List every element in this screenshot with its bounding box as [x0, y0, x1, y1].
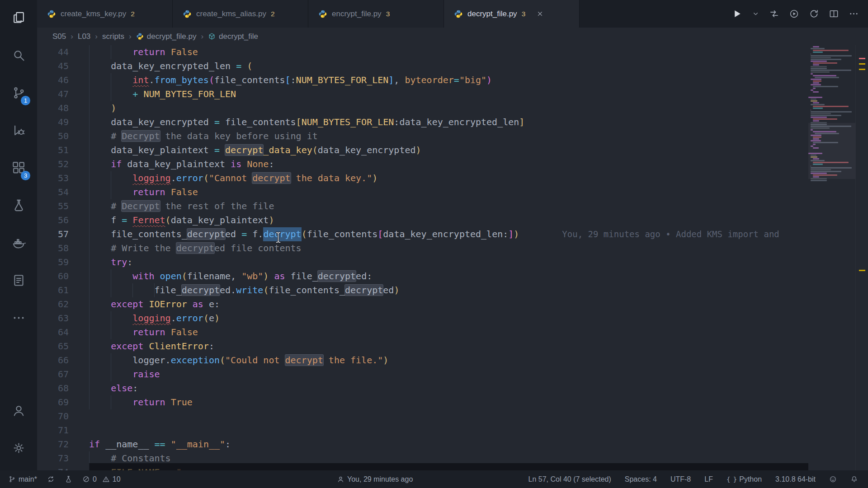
- line-number[interactable]: 55: [37, 199, 69, 213]
- line-content-63[interactable]: logging.error(e): [69, 311, 220, 325]
- test-status[interactable]: [65, 475, 72, 483]
- line-number[interactable]: 50: [37, 129, 69, 143]
- line-number[interactable]: 66: [37, 353, 69, 367]
- line-content-59[interactable]: try:: [69, 255, 132, 269]
- line-number[interactable]: 49: [37, 115, 69, 129]
- line-number[interactable]: 54: [37, 185, 69, 199]
- tab-decrypt_file.py[interactable]: decrypt_file.py3: [444, 0, 580, 28]
- run-python-file-button[interactable]: [732, 9, 742, 19]
- encoding-setting[interactable]: UTF-8: [670, 475, 691, 483]
- line-number[interactable]: 48: [37, 101, 69, 115]
- breadcrumb-L03[interactable]: L03: [78, 32, 90, 41]
- line-content-68[interactable]: else:: [69, 381, 138, 395]
- line-number[interactable]: 53: [37, 171, 69, 185]
- activity-docker[interactable]: [0, 225, 37, 263]
- line-content-46[interactable]: int.from_bytes(file_contents[:NUM_BYTES_…: [69, 73, 492, 87]
- line-content-57[interactable]: file_contents_decrypted = f.decrypt(file…: [69, 227, 779, 241]
- tab-create_kms_key.py[interactable]: create_kms_key.py2: [37, 0, 173, 28]
- line-content-55[interactable]: # Decrypt the rest of the file: [69, 199, 274, 213]
- close-icon[interactable]: [536, 10, 544, 18]
- line-content-47[interactable]: + NUM_BYTES_FOR_LEN: [69, 87, 236, 101]
- line-content-45[interactable]: data_key_encrypted_len = (: [69, 59, 252, 73]
- breadcrumb-decrypt_file.py[interactable]: decrypt_file.py: [136, 32, 197, 41]
- restart-button[interactable]: [809, 9, 819, 19]
- problems-indicator[interactable]: 0 10: [82, 475, 121, 483]
- line-content-44[interactable]: return False: [69, 45, 198, 59]
- horizontal-scrollbar[interactable]: [89, 463, 808, 470]
- line-content-49[interactable]: data_key_encrypted = file_contents[NUM_B…: [69, 115, 524, 129]
- activity-settings[interactable]: [0, 430, 37, 468]
- branch-indicator[interactable]: main*: [8, 475, 37, 483]
- line-number[interactable]: 62: [37, 297, 69, 311]
- line-number[interactable]: 72: [37, 437, 69, 451]
- line-number[interactable]: 46: [37, 73, 69, 87]
- open-changes-button[interactable]: [769, 9, 779, 19]
- line-number[interactable]: 70: [37, 409, 69, 423]
- line-content-50[interactable]: # Decrypt the data key before using it: [69, 129, 318, 143]
- activity-search[interactable]: [0, 38, 37, 75]
- sync-button[interactable]: [47, 475, 55, 483]
- activity-remote-explorer[interactable]: [0, 263, 37, 300]
- activity-run-and-debug[interactable]: [0, 113, 37, 150]
- breadcrumb-scripts[interactable]: scripts: [102, 32, 124, 41]
- breadcrumb-S05[interactable]: S05: [52, 32, 66, 41]
- line-number[interactable]: 64: [37, 325, 69, 339]
- run-options-dropdown[interactable]: [752, 10, 760, 18]
- line-content-48[interactable]: ): [69, 101, 116, 115]
- line-content-66[interactable]: logger.exception("Could not decrypt the …: [69, 353, 388, 367]
- tab-encrypt_file.py[interactable]: encrypt_file.py3: [308, 0, 444, 28]
- line-content-60[interactable]: with open(filename, "wb") as file_decryp…: [69, 269, 372, 283]
- line-number[interactable]: 51: [37, 143, 69, 157]
- line-content-58[interactable]: # Write the decrypted file contents: [69, 241, 302, 255]
- line-number[interactable]: 52: [37, 157, 69, 171]
- line-content-54[interactable]: return False: [69, 185, 198, 199]
- eol-setting[interactable]: LF: [704, 475, 713, 483]
- line-content-61[interactable]: file_decrypted.write(file_contents_decry…: [69, 283, 399, 297]
- line-content-52[interactable]: if data_key_plaintext is None:: [69, 157, 274, 171]
- language-mode[interactable]: { } Python: [726, 475, 762, 483]
- line-number[interactable]: 73: [37, 451, 69, 465]
- code-viewport[interactable]: 44 return False45 data_key_encrypted_len…: [37, 45, 808, 470]
- notifications-bell[interactable]: [850, 475, 858, 483]
- line-content-65[interactable]: except ClientError:: [69, 339, 214, 353]
- line-content-56[interactable]: f = Fernet(data_key_plaintext): [69, 213, 274, 227]
- line-number[interactable]: 56: [37, 213, 69, 227]
- indentation-setting[interactable]: Spaces: 4: [625, 475, 657, 483]
- line-content-70[interactable]: [69, 409, 89, 423]
- line-number[interactable]: 74: [37, 465, 69, 470]
- line-content-69[interactable]: return True: [69, 395, 193, 409]
- line-number[interactable]: 68: [37, 381, 69, 395]
- git-blame-status[interactable]: You, 29 minutes ago: [337, 470, 413, 488]
- line-content-71[interactable]: [69, 423, 89, 437]
- line-number[interactable]: 44: [37, 45, 69, 59]
- line-content-62[interactable]: except IOError as e:: [69, 297, 220, 311]
- line-number[interactable]: 45: [37, 59, 69, 73]
- line-number[interactable]: 59: [37, 255, 69, 269]
- tab-create_kms_alias.py[interactable]: create_kms_alias.py2: [173, 0, 308, 28]
- activity-source-control[interactable]: 1: [0, 75, 37, 113]
- line-content-72[interactable]: if __name__ == "__main__":: [69, 437, 231, 451]
- line-number[interactable]: 63: [37, 311, 69, 325]
- editor[interactable]: 44 return False45 data_key_encrypted_len…: [37, 45, 868, 470]
- line-number[interactable]: 61: [37, 283, 69, 297]
- line-content-51[interactable]: data_key_plaintext = decrypt_data_key(da…: [69, 143, 421, 157]
- activity-explorer[interactable]: [0, 0, 37, 38]
- split-editor-button[interactable]: [829, 9, 839, 19]
- run-all-button[interactable]: [789, 9, 799, 19]
- line-number[interactable]: 60: [37, 269, 69, 283]
- line-content-67[interactable]: raise: [69, 367, 160, 381]
- line-number[interactable]: 71: [37, 423, 69, 437]
- activity-accounts[interactable]: [0, 393, 37, 430]
- line-content-53[interactable]: logging.error("Cannot decrypt the data k…: [69, 171, 377, 185]
- breadcrumb-decrypt_file[interactable]: decrypt_file: [208, 32, 258, 41]
- more-actions-button[interactable]: [849, 9, 859, 19]
- activity-additional-views[interactable]: [0, 300, 37, 338]
- feedback-button[interactable]: [829, 475, 837, 483]
- line-content-64[interactable]: return False: [69, 325, 198, 339]
- line-number[interactable]: 65: [37, 339, 69, 353]
- line-number[interactable]: 69: [37, 395, 69, 409]
- minimap-slider[interactable]: [808, 123, 855, 179]
- line-number[interactable]: 67: [37, 367, 69, 381]
- activity-testing[interactable]: [0, 188, 37, 225]
- cursor-position[interactable]: Ln 57, Col 40 (7 selected): [528, 475, 611, 483]
